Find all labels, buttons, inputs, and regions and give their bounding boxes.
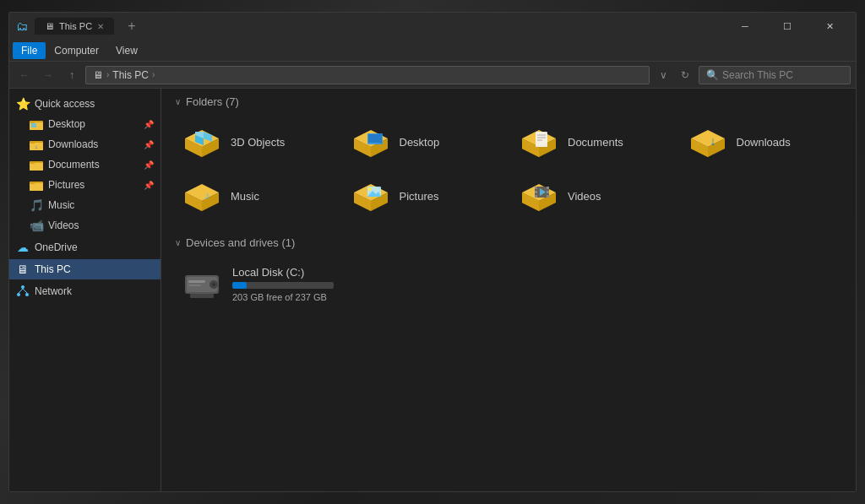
downloads-folder-icon: ↓ bbox=[30, 138, 43, 151]
sidebar-item-pictures[interactable]: Pictures 📌 bbox=[9, 175, 160, 195]
videos-icon: 📹 bbox=[30, 219, 43, 232]
main-area: ⭐ Quick access Desktop 📌 bbox=[9, 89, 856, 491]
this-pc-label: This PC bbox=[35, 263, 154, 275]
sidebar-item-network[interactable]: Network bbox=[9, 281, 160, 301]
folder-3d-objects-label: 3D Objects bbox=[231, 136, 285, 149]
back-button[interactable]: ← bbox=[14, 65, 35, 85]
onedrive-icon: ☁ bbox=[16, 241, 30, 254]
sidebar-item-desktop[interactable]: Desktop 📌 bbox=[9, 114, 160, 134]
folder-music-icon: ♪ bbox=[182, 179, 222, 213]
tab-folder-icon: 🖥 bbox=[45, 21, 54, 31]
svg-rect-60 bbox=[547, 195, 549, 198]
drive-local-disk-c[interactable]: Local Disk (C:) 203 GB free of 237 GB bbox=[175, 259, 842, 309]
downloads-pin-icon: 📌 bbox=[144, 140, 154, 149]
search-box[interactable]: 🔍 Search This PC bbox=[699, 66, 851, 84]
folder-music[interactable]: ♪ Music bbox=[175, 172, 337, 219]
desktop-folder-icon bbox=[30, 117, 43, 131]
path-computer-icon: 🖥 bbox=[93, 69, 103, 81]
documents-label: Documents bbox=[48, 159, 139, 171]
devices-section: ∨ Devices and drives (1) bbox=[175, 236, 842, 309]
folders-section-label: Folders (7) bbox=[186, 95, 239, 108]
sidebar-item-music[interactable]: 🎵 Music bbox=[9, 195, 160, 215]
sidebar-item-this-pc[interactable]: 🖥 This PC bbox=[9, 259, 160, 279]
network-label: Network bbox=[35, 285, 154, 297]
sidebar-item-documents[interactable]: Documents 📌 bbox=[9, 154, 160, 175]
drive-c-name: Local Disk (C:) bbox=[232, 266, 334, 279]
folder-pictures[interactable]: Pictures bbox=[344, 172, 506, 219]
drive-c-info: Local Disk (C:) 203 GB free of 237 GB bbox=[232, 266, 334, 302]
drive-c-icon bbox=[182, 268, 222, 301]
svg-rect-2 bbox=[30, 122, 35, 123]
window-icon: 🗂 bbox=[16, 19, 28, 33]
explorer-window: 🗂 🖥 This PC ✕ + ─ ☐ ✕ File Computer View… bbox=[8, 12, 857, 492]
tab-item[interactable]: 🖥 This PC ✕ bbox=[35, 18, 114, 35]
svg-point-14 bbox=[21, 285, 24, 289]
tab-label: This PC bbox=[59, 21, 92, 31]
drive-c-bar bbox=[232, 282, 334, 289]
pictures-folder-icon bbox=[30, 178, 43, 192]
path-separator: › bbox=[106, 70, 109, 79]
folder-videos-icon bbox=[519, 179, 559, 213]
svg-rect-57 bbox=[535, 195, 537, 198]
svg-rect-3 bbox=[31, 123, 36, 127]
folders-chevron: ∨ bbox=[175, 97, 181, 106]
svg-point-50 bbox=[368, 187, 372, 191]
svg-rect-68 bbox=[190, 294, 214, 298]
quick-access-label: Quick access bbox=[35, 98, 154, 110]
refresh-button[interactable]: ↻ bbox=[675, 65, 695, 85]
music-icon: 🎵 bbox=[30, 198, 43, 212]
content-area: ∨ Folders (7) bbox=[161, 89, 856, 491]
folders-grid: 3D Objects Desktop bbox=[175, 118, 842, 219]
onedrive-label: OneDrive bbox=[35, 241, 154, 253]
network-section: Network bbox=[9, 281, 160, 301]
drive-c-bar-fill bbox=[232, 282, 247, 289]
devices-section-header[interactable]: ∨ Devices and drives (1) bbox=[175, 236, 842, 249]
quick-access-section: ⭐ Quick access Desktop 📌 bbox=[9, 94, 160, 236]
up-button[interactable]: ↑ bbox=[62, 65, 82, 85]
forward-button[interactable]: → bbox=[38, 65, 58, 85]
path-location: This PC bbox=[112, 69, 149, 81]
folder-downloads[interactable]: ↓ Downloads bbox=[681, 118, 843, 165]
address-actions: ∨ ↻ bbox=[653, 65, 695, 85]
folder-documents-icon bbox=[519, 125, 559, 159]
close-button[interactable]: ✕ bbox=[810, 13, 849, 40]
desktop-label: Desktop bbox=[48, 118, 139, 130]
network-icon bbox=[16, 285, 30, 298]
menu-view[interactable]: View bbox=[107, 42, 146, 59]
dropdown-button[interactable]: ∨ bbox=[653, 65, 673, 85]
svg-rect-59 bbox=[547, 191, 549, 193]
folder-3d-objects[interactable]: 3D Objects bbox=[175, 118, 337, 165]
tab-close-button[interactable]: ✕ bbox=[97, 22, 104, 31]
sidebar-item-onedrive[interactable]: ☁ OneDrive bbox=[9, 237, 160, 257]
folder-desktop-icon bbox=[351, 125, 391, 159]
desktop-pin-icon: 📌 bbox=[144, 120, 154, 129]
music-label: Music bbox=[48, 199, 154, 211]
minimize-button[interactable]: ─ bbox=[726, 13, 764, 40]
svg-line-18 bbox=[23, 289, 27, 293]
svg-rect-67 bbox=[188, 285, 201, 286]
sidebar-item-videos[interactable]: 📹 Videos bbox=[9, 215, 160, 236]
svg-rect-58 bbox=[547, 187, 549, 189]
this-pc-section: 🖥 This PC bbox=[9, 259, 160, 279]
folder-pictures-icon bbox=[351, 179, 391, 213]
svg-rect-10 bbox=[30, 162, 35, 164]
title-bar-left: 🗂 🖥 This PC ✕ + bbox=[16, 18, 726, 35]
menu-computer[interactable]: Computer bbox=[46, 42, 107, 59]
address-path[interactable]: 🖥 › This PC › bbox=[85, 66, 650, 84]
add-tab-button[interactable]: + bbox=[121, 19, 142, 34]
folder-3d-objects-icon bbox=[182, 125, 222, 159]
pictures-label: Pictures bbox=[48, 179, 139, 191]
folder-videos[interactable]: Videos bbox=[512, 172, 674, 219]
this-pc-icon: 🖥 bbox=[16, 263, 30, 276]
folders-section-header[interactable]: ∨ Folders (7) bbox=[175, 95, 842, 108]
folder-documents[interactable]: Documents bbox=[512, 118, 674, 165]
sidebar-item-quick-access[interactable]: ⭐ Quick access bbox=[9, 94, 160, 114]
sidebar-item-downloads[interactable]: ↓ Downloads 📌 bbox=[9, 134, 160, 154]
menu-file[interactable]: File bbox=[13, 42, 46, 59]
folder-pictures-label: Pictures bbox=[400, 190, 439, 203]
svg-text:↓: ↓ bbox=[710, 134, 715, 148]
address-bar: ← → ↑ 🖥 › This PC › ∨ ↻ 🔍 Search This PC bbox=[9, 62, 856, 89]
svg-text:↓: ↓ bbox=[35, 144, 38, 149]
folder-desktop[interactable]: Desktop bbox=[344, 118, 506, 165]
maximize-button[interactable]: ☐ bbox=[768, 13, 807, 40]
